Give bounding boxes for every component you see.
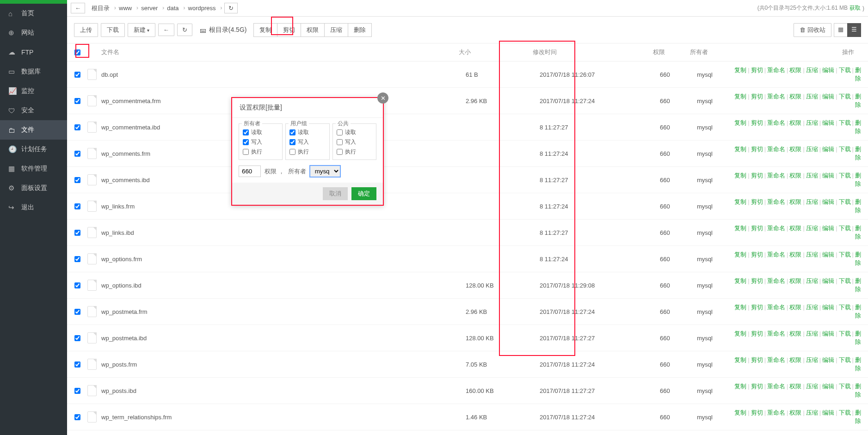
delete-button[interactable]: 删除	[348, 23, 372, 37]
table-row[interactable]: wp_term_relationships.frm1.46 KB2017/07/…	[67, 404, 868, 430]
row-action-2[interactable]: 重命名	[767, 330, 785, 337]
col-size[interactable]: 大小	[459, 48, 533, 56]
row-checkbox[interactable]	[74, 203, 80, 209]
perm-value-input[interactable]	[239, 165, 261, 177]
row-action-6[interactable]: 下载	[839, 93, 851, 100]
row-action-7[interactable]: 删除	[855, 198, 861, 214]
row-checkbox[interactable]	[74, 282, 80, 288]
row-action-3[interactable]: 权限	[789, 172, 801, 179]
breadcrumb-item[interactable]: wordpress	[184, 5, 221, 12]
row-action-1[interactable]: 剪切	[751, 198, 763, 205]
breadcrumb-back-button[interactable]: ←	[71, 3, 85, 13]
sidebar-item-9[interactable]: ⚙面板设置	[0, 178, 67, 198]
toolbar-back-button[interactable]: ←	[158, 24, 174, 36]
row-action-6[interactable]: 下载	[839, 67, 851, 74]
row-action-2[interactable]: 重命名	[767, 251, 785, 258]
row-action-1[interactable]: 剪切	[751, 146, 763, 153]
permission-button[interactable]: 权限	[301, 23, 325, 37]
row-action-5[interactable]: 编辑	[822, 146, 834, 153]
row-action-1[interactable]: 剪切	[751, 330, 763, 337]
dialog-close-button[interactable]: ✕	[377, 92, 388, 104]
row-action-5[interactable]: 编辑	[822, 277, 834, 284]
row-action-3[interactable]: 权限	[789, 330, 801, 337]
row-action-2[interactable]: 重命名	[767, 198, 785, 205]
row-action-5[interactable]: 编辑	[822, 356, 834, 363]
row-action-3[interactable]: 权限	[789, 277, 801, 284]
file-name[interactable]: wp_options.ibd	[101, 282, 466, 289]
table-row[interactable]: wp_options.ibd128.00 KB2017/07/18 11:29:…	[67, 272, 868, 299]
col-mtime[interactable]: 修改时间	[533, 48, 653, 56]
row-action-7[interactable]: 删除	[855, 383, 861, 398]
table-row[interactable]: wp_comments.frm8 11:27:24660mysql复制|剪切|重…	[67, 141, 868, 167]
row-action-5[interactable]: 编辑	[822, 198, 834, 205]
row-action-7[interactable]: 删除	[855, 67, 861, 82]
row-action-2[interactable]: 重命名	[767, 277, 785, 284]
breadcrumb-fetch-link[interactable]: 获取	[850, 4, 861, 12]
row-checkbox[interactable]	[74, 414, 80, 420]
breadcrumb-item[interactable]: 根目录	[87, 5, 114, 12]
row-action-0[interactable]: 复制	[734, 119, 746, 126]
cut-button[interactable]: 剪切	[277, 23, 301, 37]
row-checkbox[interactable]	[74, 335, 80, 341]
row-action-2[interactable]: 重命名	[767, 67, 785, 74]
copy-button[interactable]: 复制	[253, 23, 277, 37]
row-action-4[interactable]: 压缩	[806, 198, 818, 205]
row-action-0[interactable]: 复制	[734, 93, 746, 100]
row-action-5[interactable]: 编辑	[822, 93, 834, 100]
col-perm[interactable]: 权限	[653, 48, 690, 56]
row-checkbox[interactable]	[74, 177, 80, 183]
row-checkbox[interactable]	[74, 361, 80, 368]
table-row[interactable]: wp_commentmeta.frm2.96 KB2017/07/18 11:2…	[67, 88, 868, 114]
row-action-1[interactable]: 剪切	[751, 67, 763, 74]
row-action-6[interactable]: 下载	[839, 119, 851, 126]
row-action-6[interactable]: 下载	[839, 225, 851, 232]
row-action-6[interactable]: 下载	[839, 383, 851, 390]
row-action-6[interactable]: 下载	[839, 409, 851, 416]
row-checkbox[interactable]	[74, 151, 80, 157]
table-row[interactable]: wp_posts.ibd160.00 KB2017/07/18 11:27:27…	[67, 378, 868, 404]
row-action-3[interactable]: 权限	[789, 409, 801, 416]
row-action-0[interactable]: 复制	[734, 225, 746, 232]
row-action-3[interactable]: 权限	[789, 93, 801, 100]
row-action-4[interactable]: 压缩	[806, 251, 818, 258]
row-action-7[interactable]: 删除	[855, 225, 861, 240]
file-name[interactable]: wp_postmeta.ibd	[101, 335, 466, 342]
recycle-button[interactable]: 🗑 回收站	[794, 23, 831, 37]
row-action-6[interactable]: 下载	[839, 277, 851, 284]
file-name[interactable]: wp_links.ibd	[101, 229, 466, 236]
col-name[interactable]: 文件名	[101, 48, 459, 56]
table-row[interactable]: wp_options.frm8 11:27:24660mysql复制|剪切|重命…	[67, 246, 868, 272]
row-action-6[interactable]: 下载	[839, 330, 851, 337]
row-action-2[interactable]: 重命名	[767, 383, 785, 390]
breadcrumb-item[interactable]: data	[162, 5, 183, 12]
row-action-5[interactable]: 编辑	[822, 67, 834, 74]
row-action-3[interactable]: 权限	[789, 383, 801, 390]
toolbar-refresh-button[interactable]: ↻	[177, 24, 192, 36]
row-checkbox[interactable]	[74, 309, 80, 315]
table-row[interactable]: wp_postmeta.ibd128.00 KB2017/07/18 11:27…	[67, 325, 868, 351]
perm-read-checkbox[interactable]	[289, 129, 295, 135]
row-checkbox[interactable]	[74, 230, 80, 236]
row-action-1[interactable]: 剪切	[751, 119, 763, 126]
new-button[interactable]: 新建	[128, 23, 155, 37]
row-action-4[interactable]: 压缩	[806, 119, 818, 126]
download-button[interactable]: 下载	[101, 23, 125, 37]
row-action-6[interactable]: 下载	[839, 251, 851, 258]
row-action-0[interactable]: 复制	[734, 67, 746, 74]
row-action-6[interactable]: 下载	[839, 304, 851, 311]
sidebar-item-8[interactable]: ▦软件管理	[0, 159, 67, 178]
select-all-checkbox[interactable]	[74, 49, 80, 55]
row-action-4[interactable]: 压缩	[806, 330, 818, 337]
row-action-5[interactable]: 编辑	[822, 330, 834, 337]
row-action-4[interactable]: 压缩	[806, 304, 818, 311]
table-row[interactable]: wp_term_relationships.ibd112.00 KB2017/0…	[67, 430, 868, 435]
file-name[interactable]: db.opt	[101, 71, 466, 78]
perm-write-checkbox[interactable]	[289, 139, 295, 145]
row-action-2[interactable]: 重命名	[767, 225, 785, 232]
row-action-6[interactable]: 下载	[839, 172, 851, 179]
row-action-7[interactable]: 删除	[855, 172, 861, 187]
sidebar-item-3[interactable]: ▭数据库	[0, 62, 67, 81]
row-action-5[interactable]: 编辑	[822, 172, 834, 179]
row-action-6[interactable]: 下载	[839, 198, 851, 205]
file-name[interactable]: wp_posts.frm	[101, 361, 466, 368]
